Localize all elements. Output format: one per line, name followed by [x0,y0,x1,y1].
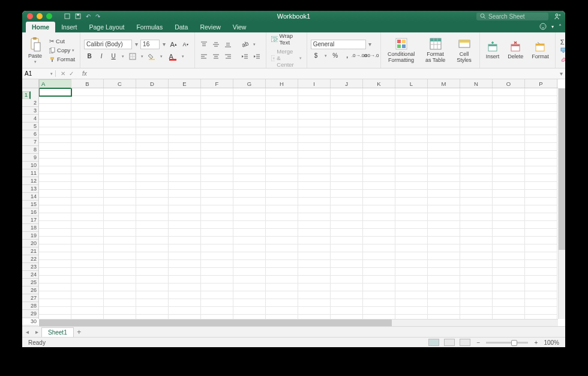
cell[interactable] [169,291,201,299]
cell[interactable] [331,213,363,221]
cell[interactable] [136,174,169,182]
cell[interactable] [71,213,104,221]
column-header[interactable]: N [460,79,493,88]
vertical-scrollbar[interactable] [558,88,565,319]
cell[interactable] [104,127,136,135]
cell[interactable] [266,276,298,284]
align-center-button[interactable] [211,51,221,62]
cell[interactable] [363,88,395,96]
cell[interactable] [39,159,71,166]
cell[interactable] [493,96,525,104]
align-middle-button[interactable] [211,39,221,50]
cell[interactable] [493,205,525,213]
cell[interactable] [39,88,71,96]
cell[interactable] [169,213,201,221]
cell[interactable] [201,244,233,252]
cell[interactable] [493,182,525,190]
cell[interactable] [71,229,104,237]
cell[interactable] [233,104,266,112]
cell[interactable] [266,229,298,237]
cell[interactable] [363,159,395,166]
cell[interactable] [298,104,331,112]
cell[interactable] [460,190,493,198]
orientation-button[interactable]: ab [239,39,250,50]
cell[interactable] [363,284,395,291]
select-all-button[interactable] [22,79,39,88]
cell[interactable] [104,276,136,284]
cell[interactable] [233,182,266,190]
cell[interactable] [460,104,493,112]
cell[interactable] [331,198,363,205]
cell[interactable] [136,166,169,174]
cell[interactable] [104,284,136,291]
cell[interactable] [298,291,331,299]
enter-formula-icon[interactable]: ✓ [69,70,74,77]
cell[interactable] [71,112,104,120]
cell[interactable] [71,299,104,307]
cell[interactable] [460,135,493,143]
cell[interactable] [201,276,233,284]
cell[interactable] [39,299,71,307]
cell[interactable] [395,299,428,307]
row-header[interactable]: 29 [22,310,38,318]
cell[interactable] [136,151,169,159]
cell[interactable] [266,190,298,198]
cell[interactable] [233,159,266,166]
cell[interactable] [298,205,331,213]
cell[interactable] [71,307,104,315]
cell[interactable] [266,252,298,260]
cell[interactable] [233,166,266,174]
cell[interactable] [525,96,557,104]
cell[interactable] [460,276,493,284]
cell[interactable] [233,127,266,135]
cell[interactable] [233,284,266,291]
cell[interactable] [233,213,266,221]
cell[interactable] [428,284,460,291]
cell[interactable] [71,143,104,151]
cell[interactable] [395,159,428,166]
cell[interactable] [460,198,493,205]
cell[interactable] [233,229,266,237]
cell[interactable] [136,307,169,315]
cell[interactable] [395,213,428,221]
cell[interactable] [298,174,331,182]
cell[interactable] [460,120,493,127]
cell[interactable] [395,252,428,260]
cell[interactable] [428,88,460,96]
clear-button[interactable]: Clear▾ [559,55,565,63]
cell[interactable] [525,112,557,120]
cell[interactable] [201,112,233,120]
tab-insert[interactable]: Insert [55,22,83,32]
cell[interactable] [395,190,428,198]
cell[interactable] [39,229,71,237]
column-header[interactable]: I [298,79,331,88]
cell[interactable] [136,237,169,244]
cell[interactable] [233,151,266,159]
cell[interactable] [136,276,169,284]
cell[interactable] [233,205,266,213]
save-icon[interactable] [75,13,81,19]
close-window-button[interactable] [27,13,33,19]
decrease-font-button[interactable]: A▾ [180,39,191,50]
align-left-button[interactable] [199,51,209,62]
cell[interactable] [233,198,266,205]
cell[interactable] [395,244,428,252]
cell[interactable] [104,213,136,221]
cell[interactable] [298,276,331,284]
cell[interactable] [169,143,201,151]
cell[interactable] [331,159,363,166]
cell[interactable] [525,159,557,166]
cell[interactable] [201,127,233,135]
column-header[interactable]: E [169,79,201,88]
cell[interactable] [39,104,71,112]
cell[interactable] [493,229,525,237]
cell[interactable] [201,143,233,151]
zoom-in-button[interactable]: + [533,339,539,346]
cell[interactable] [266,159,298,166]
cell[interactable] [331,244,363,252]
cell[interactable] [460,213,493,221]
cell[interactable] [266,307,298,315]
borders-button[interactable] [127,51,138,62]
cell[interactable] [331,135,363,143]
row-header[interactable]: 1 [22,91,31,99]
